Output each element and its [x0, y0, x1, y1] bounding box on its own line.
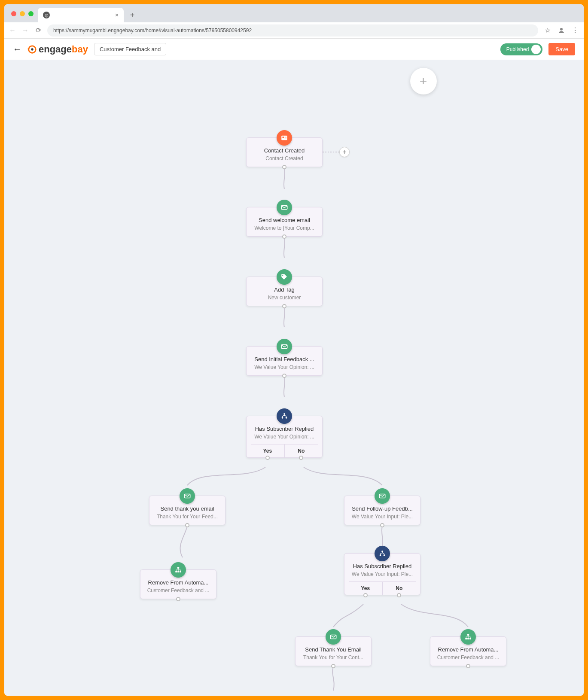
close-window-icon[interactable]: [11, 11, 16, 16]
branch-yes-label: Yes: [361, 585, 370, 591]
url-text: https://sammymugambi.engagebay.com/home#…: [53, 27, 252, 33]
connector-ring: [282, 234, 286, 239]
connector-ring: [363, 593, 368, 597]
browser-address-bar: ← → ⟳ https://sammymugambi.engagebay.com…: [4, 22, 584, 39]
node-send-thank-you-email-1[interactable]: Send thank you email Thank You for Your …: [149, 496, 225, 525]
connector-ring: [185, 523, 189, 527]
branch-yes[interactable]: Yes: [349, 582, 383, 595]
node-subtitle: We Value Your Opinion: ...: [251, 434, 318, 440]
node-remove-from-automation-1[interactable]: Remove From Automa... Customer Feedback …: [140, 569, 216, 599]
add-branch-button[interactable]: +: [339, 147, 350, 157]
svg-point-2: [31, 48, 34, 51]
node-send-welcome-email[interactable]: Send welcome email Welcome to [Your Comp…: [246, 207, 323, 237]
node-contact-created[interactable]: Contact Created Contact Created: [246, 137, 323, 167]
connector-ring: [282, 374, 286, 378]
automation-canvas[interactable]: +: [4, 60, 584, 696]
connector-ring: [282, 304, 286, 308]
branch-no-label: No: [298, 448, 305, 454]
node-title: Remove From Automa...: [435, 646, 502, 653]
node-send-thank-you-email-2[interactable]: Send Thank You Email Thank You for Your …: [295, 636, 372, 666]
automation-title-text: Customer Feedback and: [100, 46, 161, 52]
node-remove-from-automation-2[interactable]: Remove From Automa... Customer Feedback …: [430, 636, 506, 666]
save-button-label: Save: [555, 46, 568, 52]
node-has-subscriber-replied-2[interactable]: Has Subscriber Replied We Value Your Inp…: [344, 553, 420, 595]
nav-forward-icon[interactable]: →: [21, 27, 29, 34]
mail-icon: [326, 629, 341, 645]
save-button[interactable]: Save: [548, 43, 575, 55]
tab-favicon-icon: ◎: [43, 12, 50, 18]
mail-icon: [277, 200, 292, 215]
connector-ring: [331, 664, 335, 668]
node-title: Send Thank You Email: [300, 646, 367, 653]
node-title: Add Tag: [251, 286, 318, 293]
connector-ring: [176, 597, 180, 601]
tab-close-icon[interactable]: ×: [115, 12, 119, 18]
node-subtitle: We Value Your Opinion: ...: [251, 364, 318, 370]
node-title: Send thank you email: [154, 505, 221, 512]
node-subtitle: Customer Feedback and ...: [435, 654, 502, 660]
logo-text-1: engage: [39, 44, 72, 55]
node-subtitle: Thank You for Your Feed...: [154, 514, 221, 520]
minimize-window-icon[interactable]: [20, 11, 25, 16]
automation-title-input[interactable]: Customer Feedback and: [94, 43, 166, 55]
published-label: Published: [506, 46, 529, 52]
url-input[interactable]: https://sammymugambi.engagebay.com/home#…: [47, 24, 538, 37]
node-title: Remove From Automa...: [145, 579, 212, 586]
browser-menu-icon[interactable]: ⋮: [571, 26, 579, 34]
node-send-initial-feedback[interactable]: Send Initial Feedback ... We Value Your …: [246, 346, 323, 376]
connector-ring: [282, 165, 286, 169]
tag-icon: [277, 269, 292, 285]
back-button[interactable]: ←: [13, 44, 21, 54]
node-title: Send welcome email: [251, 217, 318, 223]
branch-icon: [277, 408, 292, 424]
node-subtitle: We Value Your Input: Ple...: [349, 514, 416, 520]
condition-branches: Yes No: [349, 581, 416, 595]
mail-icon: [180, 488, 195, 504]
connector-ring: [380, 523, 384, 527]
add-node-button[interactable]: +: [410, 68, 437, 94]
node-subtitle: Welcome to [Your Comp...: [251, 225, 318, 231]
contact-icon: [277, 130, 292, 146]
node-title: Send Initial Feedback ...: [251, 356, 318, 362]
branch-yes-label: Yes: [263, 448, 272, 454]
branch-no[interactable]: No: [285, 444, 318, 457]
connector-ring: [397, 593, 401, 597]
app-header: ← engagebay Customer Feedback and Publis…: [4, 39, 584, 60]
branch-yes[interactable]: Yes: [251, 444, 285, 457]
node-title: Contact Created: [251, 147, 318, 154]
node-subtitle: Customer Feedback and ...: [145, 587, 212, 593]
node-subtitle: We Value Your Input: Ple...: [349, 571, 416, 577]
logo-text-2: bay: [72, 44, 88, 55]
browser-window: ◎ × + ← → ⟳ https://sammymugambi.engageb…: [4, 4, 584, 696]
connector-ring: [265, 456, 270, 460]
browser-tab[interactable]: ◎ ×: [38, 8, 124, 22]
connector-ring: [299, 456, 303, 460]
published-toggle[interactable]: Published: [500, 43, 543, 55]
mail-icon: [277, 339, 292, 354]
node-title: Send Follow-up Feedb...: [349, 505, 416, 512]
bookmark-icon[interactable]: ☆: [543, 26, 552, 34]
toggle-knob: [531, 45, 541, 54]
window-controls: [9, 11, 38, 22]
node-subtitle: Contact Created: [251, 155, 318, 161]
nav-reload-icon[interactable]: ⟳: [34, 27, 42, 34]
branch-no[interactable]: No: [383, 582, 416, 595]
engagebay-logo[interactable]: engagebay: [27, 44, 88, 55]
sitemap-icon: [171, 562, 186, 578]
node-send-followup-feedback[interactable]: Send Follow-up Feedb... We Value Your In…: [344, 496, 420, 525]
condition-branches: Yes No: [251, 444, 318, 457]
node-subtitle: Thank You for Your Cont...: [300, 654, 367, 660]
branch-no-label: No: [396, 585, 402, 591]
profile-icon[interactable]: [557, 27, 566, 34]
new-tab-button[interactable]: +: [126, 9, 138, 21]
node-has-subscriber-replied-1[interactable]: Has Subscriber Replied We Value Your Opi…: [246, 416, 323, 458]
sitemap-icon: [460, 629, 476, 645]
nav-back-icon[interactable]: ←: [9, 27, 16, 34]
branch-icon: [375, 546, 390, 561]
maximize-window-icon[interactable]: [28, 11, 34, 16]
node-add-tag[interactable]: Add Tag New customer: [246, 277, 323, 306]
node-subtitle: New customer: [251, 295, 318, 301]
node-title: Has Subscriber Replied: [251, 426, 318, 432]
mail-icon: [375, 488, 390, 504]
node-title: Has Subscriber Replied: [349, 563, 416, 569]
